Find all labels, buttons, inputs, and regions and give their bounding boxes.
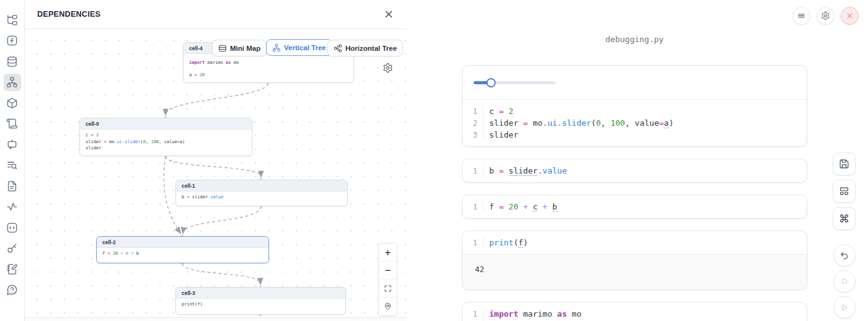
run-button[interactable] [833, 296, 856, 319]
edge-cell-0-to-cell-1 [166, 156, 261, 177]
node-code: b = slider.value [176, 191, 347, 203]
code-cell-3[interactable]: 1print(f)42 [462, 231, 807, 290]
edge-cell-2-to-cell-3 [182, 263, 260, 284]
line-number: 3 [463, 129, 484, 141]
node-code: f = 20 + c + b [97, 248, 268, 260]
code-square-icon [6, 222, 18, 234]
line-number: 1 [463, 237, 484, 248]
sidebar-item-key[interactable] [4, 240, 21, 257]
code-cell-0[interactable]: 1c = 22slider = mo.ui.slider(0, 100, val… [462, 65, 807, 147]
sidebar-item-function-square[interactable] [4, 32, 21, 50]
left-icon-sidebar [0, 0, 25, 321]
shutdown-button[interactable] [841, 7, 859, 25]
close-icon [383, 9, 394, 20]
code-cell-4[interactable]: 1import marimo as mo2 [462, 302, 807, 321]
graph-node-cell-2[interactable]: cell-2f = 20 + c + b [96, 236, 269, 263]
shutdown-icon [845, 11, 854, 20]
code-line: b = slider.value [484, 165, 567, 177]
graph-node-cell-1[interactable]: cell-1b = slider.value [175, 180, 348, 206]
graph-zoom-controls: +− [378, 243, 397, 316]
notebook-action-rail: ⌘ [833, 152, 856, 319]
node-code: import marimo as moa = 20 [184, 54, 353, 83]
node-code: print(f) [176, 299, 345, 310]
panel-footer [25, 317, 407, 321]
sidebar-item-dependency-graph[interactable] [4, 74, 21, 91]
code-editor[interactable]: 1print(f) [463, 231, 807, 254]
sidebar-item-activity[interactable] [4, 198, 21, 216]
sidebar-item-scroll[interactable] [4, 115, 21, 133]
sidebar-item-chat-bot[interactable] [4, 136, 21, 153]
slider-widget[interactable] [474, 78, 556, 87]
undo-button[interactable] [833, 244, 856, 266]
layout-button[interactable] [833, 180, 856, 203]
sidebar-item-file-text[interactable] [4, 177, 21, 195]
view-mode-label: Vertical Tree [284, 44, 326, 51]
graph-node-cell-3[interactable]: cell-3print(f) [175, 287, 346, 315]
activity-icon [6, 201, 18, 213]
code-editor[interactable]: 1c = 22slider = mo.ui.slider(0, 100, val… [463, 100, 807, 146]
code-cell-1[interactable]: 1b = slider.value [462, 159, 807, 183]
code-editor[interactable]: 1b = slider.value [463, 159, 807, 182]
view-mode-mini-map[interactable]: Mini Map [212, 40, 267, 56]
dependencies-panel: DEPENDENCIES cell-4import marimo as moa … [25, 0, 407, 321]
save-button[interactable] [833, 152, 856, 175]
graph-settings-button[interactable] [383, 63, 393, 73]
code-editor[interactable]: 1import marimo as mo2 [463, 302, 807, 321]
sidebar-item-file-tree[interactable] [4, 11, 21, 29]
menu-button[interactable] [792, 7, 810, 25]
database-icon [6, 56, 18, 68]
notebook-pen-icon [6, 263, 18, 275]
dependency-graph-canvas[interactable]: cell-4import marimo as moa = 20cell-0c =… [25, 29, 407, 317]
sidebar-item-log-search[interactable] [4, 157, 21, 174]
view-mode-horizontal-tree[interactable]: Horizontal Tree [327, 40, 403, 56]
code-line: slider [484, 129, 518, 141]
function-square-icon [6, 35, 18, 46]
zoom-in-icon: + [385, 247, 391, 258]
view-mode-label: Mini Map [230, 45, 260, 52]
close-panel-button[interactable] [383, 9, 394, 20]
code-editor[interactable]: 1f = 20 + c + b [463, 195, 807, 218]
line-number: 2 [463, 117, 484, 129]
tree-vertical-icon [272, 43, 281, 52]
menu-icon [797, 11, 806, 20]
line-number: 1 [463, 201, 484, 213]
slider-output-area [463, 66, 807, 100]
scroll-icon [6, 118, 18, 130]
code-line: c = 2 [484, 105, 513, 117]
app-root: DEPENDENCIES cell-4import marimo as moa … [0, 0, 868, 321]
panel-title: DEPENDENCIES [37, 10, 100, 19]
slider-handle[interactable] [486, 78, 495, 87]
edge-cell-1-to-cell-2 [183, 206, 261, 233]
sidebar-item-package[interactable] [4, 94, 21, 112]
graph-node-cell-0[interactable]: cell-0c = 2slider = mo.ui.slider(0, 100,… [79, 118, 252, 156]
fit-view-pin-button[interactable] [379, 297, 397, 315]
node-title: cell-1 [176, 180, 347, 191]
node-title: cell-3 [176, 288, 345, 299]
save-icon [839, 159, 849, 169]
code-line: f = 20 + c + b [484, 201, 557, 213]
sidebar-item-database[interactable] [4, 53, 21, 70]
chat-bot-icon [6, 139, 18, 151]
sidebar-item-code-square[interactable] [4, 219, 21, 236]
sidebar-item-help-bubble[interactable] [4, 281, 21, 299]
settings-icon [821, 11, 830, 20]
line-number: 1 [463, 308, 484, 320]
command-button[interactable]: ⌘ [833, 207, 856, 230]
stop-button[interactable] [833, 270, 856, 292]
gear-icon [383, 63, 393, 73]
filename[interactable]: debugging.py [462, 35, 807, 44]
tree-horizontal-icon [334, 44, 342, 53]
pin-icon [384, 302, 392, 310]
dependency-graph-icon [6, 76, 18, 88]
run-icon [839, 302, 849, 312]
zoom-out-button[interactable]: − [379, 262, 397, 279]
view-mode-vertical-tree[interactable]: Vertical Tree [266, 39, 332, 56]
settings-button[interactable] [817, 7, 835, 25]
code-cell-2[interactable]: 1f = 20 + c + b [462, 195, 807, 219]
zoom-in-button[interactable]: + [379, 244, 397, 262]
cell-output: 42 [463, 254, 807, 289]
fullscreen-button[interactable] [379, 279, 397, 297]
sidebar-item-notebook-pen[interactable] [4, 260, 21, 278]
node-title: cell-0 [80, 118, 252, 130]
zoom-out-icon: − [385, 265, 391, 276]
